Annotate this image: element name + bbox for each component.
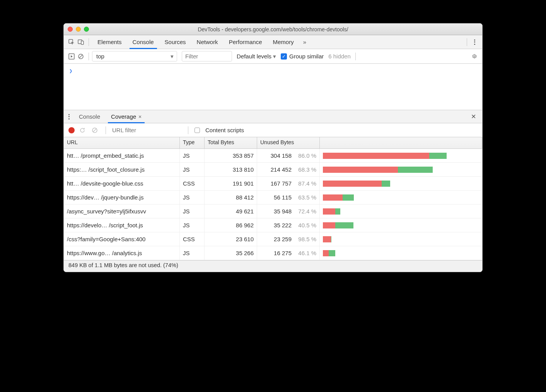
zoom-window-button[interactable] (84, 27, 89, 32)
hidden-count: 6 hidden (328, 53, 351, 60)
row-unused-bytes: 23 25998.5 % (257, 232, 320, 246)
row-type: JS (180, 149, 205, 162)
drawer-tab-label: Console (79, 110, 100, 123)
group-similar-checkbox[interactable]: ✓ (281, 53, 287, 60)
row-total-bytes: 23 610 (205, 232, 257, 246)
row-usage-bar (320, 205, 482, 218)
close-tab-icon[interactable]: × (138, 110, 142, 123)
divider (467, 38, 467, 46)
main-tabs-row: ElementsConsoleSourcesNetworkPerformance… (64, 35, 482, 49)
coverage-row[interactable]: https://www.go… /analytics.jsJS35 26616 … (64, 246, 482, 260)
device-toggle-icon[interactable] (76, 37, 85, 47)
execute-icon[interactable] (67, 52, 76, 61)
row-type: CSS (180, 177, 205, 190)
col-header-url[interactable]: URL (64, 137, 180, 148)
console-prompt-caret: ❯ (69, 68, 72, 74)
close-window-button[interactable] (68, 27, 73, 32)
row-total-bytes: 35 266 (205, 246, 257, 260)
divider (106, 126, 106, 134)
divider (188, 126, 188, 134)
row-url: htt… /devsite-google-blue.css (64, 177, 180, 190)
divider (355, 53, 356, 60)
divider (89, 38, 89, 46)
reload-icon[interactable] (78, 126, 87, 135)
tab-sources[interactable]: Sources (159, 35, 191, 49)
coverage-row[interactable]: /async_survey?site=ylj5ifxusvvJS49 62135… (64, 205, 482, 218)
row-total-bytes: 353 857 (205, 149, 257, 162)
row-unused-bytes: 56 11563.5 % (257, 191, 320, 204)
coverage-table-body: htt… /prompt_embed_static.jsJS353 857304… (64, 149, 482, 260)
caret-down-icon: ▾ (273, 53, 276, 60)
coverage-row[interactable]: htt… /prompt_embed_static.jsJS353 857304… (64, 149, 482, 163)
row-type: JS (180, 191, 205, 204)
main-tabs: ElementsConsoleSourcesNetworkPerformance… (92, 35, 299, 49)
more-tabs-button[interactable]: » (299, 39, 310, 45)
row-usage-bar (320, 246, 482, 260)
tab-network[interactable]: Network (191, 35, 224, 49)
clear-console-icon[interactable] (76, 52, 85, 61)
clear-coverage-icon[interactable] (90, 126, 99, 135)
drawer-tab-console[interactable]: Console (73, 110, 106, 123)
svg-line-7 (93, 129, 96, 132)
coverage-row[interactable]: https:… /script_foot_closure.jsJS313 810… (64, 163, 482, 177)
col-header-total[interactable]: Total Bytes (205, 137, 257, 148)
tab-console[interactable]: Console (127, 35, 159, 49)
row-url: https://www.go… /analytics.js (64, 246, 180, 260)
tab-elements[interactable]: Elements (92, 35, 127, 49)
col-header-type[interactable]: Type (180, 137, 205, 148)
url-filter-input[interactable] (112, 127, 182, 133)
row-type: JS (180, 205, 205, 218)
row-unused-bytes: 167 75787.4 % (257, 177, 320, 190)
row-unused-bytes: 16 27546.1 % (257, 246, 320, 260)
row-usage-bar (320, 218, 482, 232)
row-url: /async_survey?site=ylj5ifxusvv (64, 205, 180, 218)
caret-down-icon: ▾ (171, 53, 174, 60)
main-menu-button[interactable] (470, 39, 479, 45)
coverage-row[interactable]: /css?family=Google+Sans:400CSS23 61023 2… (64, 232, 482, 246)
drawer-tabs-row: ConsoleCoverage× ✕ (64, 110, 482, 123)
drawer-tab-label: Coverage (111, 110, 136, 123)
log-levels-selector[interactable]: Default levels ▾ (237, 53, 276, 60)
tab-performance[interactable]: Performance (224, 35, 268, 49)
row-usage-bar (320, 177, 482, 190)
row-total-bytes: 191 901 (205, 177, 257, 190)
context-selector[interactable]: top ▾ (92, 51, 177, 61)
row-type: JS (180, 246, 205, 260)
row-unused-bytes: 35 22240.5 % (257, 218, 320, 232)
drawer-menu-button[interactable] (67, 114, 73, 119)
row-total-bytes: 86 962 (205, 218, 257, 232)
content-scripts-checkbox[interactable] (195, 128, 200, 133)
coverage-status: 849 KB of 1.1 MB bytes are not used. (74… (64, 260, 482, 272)
row-unused-bytes: 214 45268.3 % (257, 163, 320, 176)
record-button[interactable] (68, 127, 75, 133)
row-type: JS (180, 218, 205, 232)
content-scripts-label: Content scripts (205, 127, 244, 133)
window-title: DevTools - developers.google.com/web/too… (68, 26, 478, 32)
row-type: JS (180, 163, 205, 176)
coverage-row[interactable]: htt… /devsite-google-blue.cssCSS191 9011… (64, 177, 482, 191)
row-url: https://dev… /jquery-bundle.js (64, 191, 180, 204)
svg-line-5 (79, 55, 82, 58)
row-type: CSS (180, 232, 205, 246)
divider (89, 53, 89, 60)
console-filter-input[interactable] (182, 51, 232, 61)
context-value: top (96, 53, 104, 60)
traffic-lights (68, 27, 89, 32)
row-url: /css?family=Google+Sans:400 (64, 232, 180, 246)
coverage-row[interactable]: https://dev… /jquery-bundle.jsJS88 41256… (64, 191, 482, 205)
inspect-icon[interactable] (67, 37, 76, 47)
row-usage-bar (320, 149, 482, 162)
console-output[interactable]: ❯ (64, 64, 482, 110)
minimize-window-button[interactable] (76, 27, 81, 32)
col-header-bar (320, 137, 482, 148)
drawer-close-button[interactable]: ✕ (468, 113, 479, 120)
row-total-bytes: 88 412 (205, 191, 257, 204)
console-toolbar: top ▾ Default levels ▾ ✓ Group similar 6… (64, 49, 482, 64)
tab-memory[interactable]: Memory (268, 35, 299, 49)
gear-icon[interactable] (470, 52, 479, 61)
row-usage-bar (320, 191, 482, 204)
row-usage-bar (320, 163, 482, 176)
col-header-unused[interactable]: Unused Bytes (257, 137, 320, 148)
coverage-row[interactable]: https://develo… /script_foot.jsJS86 9623… (64, 218, 482, 232)
drawer-tab-coverage[interactable]: Coverage× (106, 110, 147, 123)
